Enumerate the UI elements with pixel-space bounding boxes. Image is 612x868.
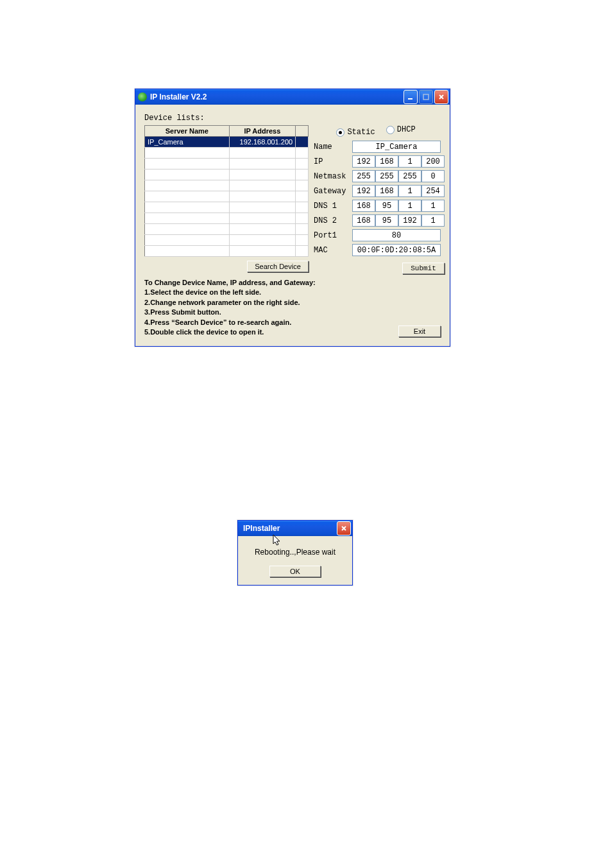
- dns1-o3[interactable]: [398, 200, 421, 212]
- table-row[interactable]: [145, 235, 309, 246]
- name-label: Name: [314, 143, 352, 152]
- table-row[interactable]: [145, 180, 309, 191]
- gateway-o1[interactable]: [352, 185, 375, 197]
- svg-rect-0: [408, 98, 412, 100]
- cell-server-name: IP_Camera: [145, 137, 230, 148]
- table-row[interactable]: IP_Camera 192.168.001.200: [145, 137, 309, 148]
- ip-label: IP: [314, 157, 352, 166]
- ip-o3[interactable]: [398, 155, 421, 168]
- dns1-o2[interactable]: [375, 200, 398, 212]
- col-ip-address[interactable]: IP Address: [229, 126, 295, 137]
- inst-5: 5.Double click the device to open it.: [144, 327, 316, 337]
- app-icon: [138, 92, 147, 101]
- svg-rect-1: [423, 94, 429, 100]
- minimize-button[interactable]: [404, 90, 418, 104]
- netmask-o2[interactable]: [375, 170, 398, 182]
- dns1-label: DNS 1: [314, 202, 352, 211]
- device-table[interactable]: Server Name IP Address IP_Camera 192.168…: [144, 125, 309, 257]
- col-blank: [296, 126, 309, 137]
- netmask-o4[interactable]: [421, 170, 445, 182]
- instructions: To Change Device Name, IP address, and G…: [144, 278, 316, 337]
- submit-button[interactable]: Submit: [402, 263, 445, 274]
- table-row[interactable]: [145, 159, 309, 169]
- netmask-o1[interactable]: [352, 170, 375, 182]
- window-title: IP Installer V2.2: [150, 92, 404, 101]
- close-button[interactable]: [434, 90, 448, 104]
- table-row[interactable]: [145, 169, 309, 180]
- device-lists-label: Device lists:: [144, 114, 441, 123]
- static-radio-label: Static: [347, 128, 375, 137]
- inst-4: 4.Press “Search Device” to re-search aga…: [144, 318, 316, 327]
- inst-2: 2.Change network parameter on the right …: [144, 298, 316, 308]
- dns2-o4[interactable]: [421, 214, 445, 227]
- ip-o1[interactable]: [352, 155, 375, 168]
- dns2-o2[interactable]: [375, 214, 398, 227]
- table-row[interactable]: [145, 191, 309, 202]
- static-radio[interactable]: Static: [336, 128, 375, 137]
- table-row[interactable]: [145, 213, 309, 224]
- dns2-o1[interactable]: [352, 214, 375, 227]
- ip-o2[interactable]: [375, 155, 398, 168]
- port1-label: Port1: [314, 231, 352, 240]
- dns2-o3[interactable]: [398, 214, 421, 227]
- netmask-o3[interactable]: [398, 170, 421, 182]
- ip-o4[interactable]: [421, 155, 445, 168]
- gateway-o3[interactable]: [398, 185, 421, 197]
- mac-input[interactable]: [352, 244, 441, 256]
- dns1-o1[interactable]: [352, 200, 375, 212]
- search-device-button[interactable]: Search Device: [247, 261, 309, 272]
- inst-3: 3.Press Submit button.: [144, 308, 316, 317]
- ip-installer-window: IP Installer V2.2 Device lists: Server N…: [135, 89, 450, 347]
- msg-close-button[interactable]: [337, 521, 351, 535]
- dns2-label: DNS 2: [314, 216, 352, 225]
- table-row[interactable]: [145, 202, 309, 213]
- exit-button[interactable]: Exit: [398, 326, 441, 337]
- msg-text: Rebooting..,Please wait: [244, 548, 346, 557]
- ipinstaller-messagebox: IPInstaller Rebooting..,Please wait OK: [237, 520, 353, 586]
- dhcp-radio-label: DHCP: [397, 125, 416, 134]
- table-row[interactable]: [145, 148, 309, 159]
- msg-titlebar[interactable]: IPInstaller: [238, 521, 352, 536]
- inst-1: 1.Select the device on the left side.: [144, 288, 316, 297]
- gateway-label: Gateway: [314, 187, 352, 196]
- msg-ok-button[interactable]: OK: [269, 566, 321, 577]
- maximize-button: [419, 90, 433, 104]
- table-row[interactable]: [145, 246, 309, 257]
- port1-input[interactable]: [352, 229, 441, 241]
- col-server-name[interactable]: Server Name: [145, 126, 230, 137]
- mac-label: MAC: [314, 246, 352, 255]
- dns1-o4[interactable]: [421, 200, 445, 212]
- gateway-o2[interactable]: [375, 185, 398, 197]
- table-row[interactable]: [145, 224, 309, 235]
- gateway-o4[interactable]: [421, 185, 445, 197]
- name-input[interactable]: [352, 141, 441, 153]
- inst-heading: To Change Device Name, IP address, and G…: [144, 278, 316, 288]
- msg-title: IPInstaller: [241, 524, 337, 533]
- dhcp-radio[interactable]: DHCP: [386, 125, 416, 134]
- cell-ip-address: 192.168.001.200: [229, 137, 295, 148]
- titlebar[interactable]: IP Installer V2.2: [135, 89, 450, 105]
- netmask-label: Netmask: [314, 172, 352, 181]
